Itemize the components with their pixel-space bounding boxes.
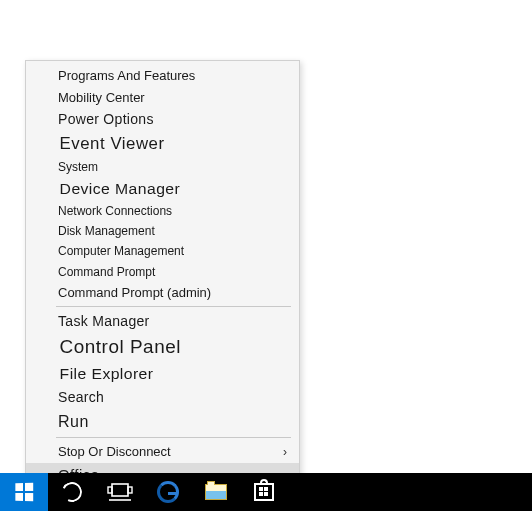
taskbar [0, 473, 532, 511]
menu-item-label: Programs And Features [58, 68, 195, 83]
menu-item-search[interactable]: Search [26, 386, 299, 409]
menu-item-label: Computer Management [58, 244, 184, 258]
file-explorer-icon [205, 484, 227, 500]
winx-context-menu[interactable]: Programs And FeaturesMobility CenterPowe… [25, 60, 300, 492]
menu-item-mobility-center[interactable]: Mobility Center [26, 87, 299, 109]
menu-item-command-prompt-admin[interactable]: Command Prompt (admin) [26, 282, 299, 304]
menu-divider [56, 306, 291, 307]
windows-logo-icon [15, 483, 33, 502]
menu-item-label: Network Connections [58, 204, 172, 218]
svg-rect-1 [108, 487, 112, 493]
file-explorer-button[interactable] [192, 473, 240, 511]
cortana-icon [59, 479, 85, 505]
menu-item-label: System [58, 160, 98, 174]
menu-item-label: Power Options [58, 111, 154, 127]
menu-item-power-options[interactable]: Power Options [26, 108, 299, 131]
svg-rect-2 [128, 487, 132, 493]
menu-item-label: Control Panel [60, 337, 181, 357]
menu-item-computer-management[interactable]: Computer Management [26, 241, 299, 261]
menu-item-label: Stop Or Disconnect [58, 444, 171, 459]
store-button[interactable] [240, 473, 288, 511]
menu-item-label: File Explorer [60, 365, 154, 382]
menu-item-label: Command Prompt [58, 265, 155, 279]
menu-item-programs-and-features[interactable]: Programs And Features [26, 65, 299, 87]
menu-item-label: Device Manager [60, 180, 181, 197]
menu-item-label: Task Manager [58, 313, 150, 329]
edge-button[interactable] [144, 473, 192, 511]
menu-divider [56, 437, 291, 438]
menu-item-command-prompt[interactable]: Command Prompt [26, 262, 299, 282]
menu-item-system[interactable]: System [26, 157, 299, 177]
menu-item-label: Command Prompt (admin) [58, 285, 211, 300]
menu-item-control-panel[interactable]: Control Panel [26, 333, 313, 361]
menu-item-label: Run [58, 413, 89, 430]
edge-icon [157, 481, 179, 503]
task-view-icon [107, 483, 133, 501]
menu-item-device-manager[interactable]: Device Manager [26, 177, 313, 201]
menu-item-label: Disk Management [58, 224, 155, 238]
menu-item-label: Mobility Center [58, 90, 145, 105]
cortana-button[interactable] [48, 473, 96, 511]
task-view-button[interactable] [96, 473, 144, 511]
store-icon [254, 483, 274, 501]
svg-rect-0 [112, 484, 128, 496]
menu-item-event-viewer[interactable]: Event Viewer [26, 131, 313, 157]
menu-item-label: Event Viewer [60, 135, 165, 152]
chevron-right-icon: › [283, 444, 287, 460]
menu-item-label: Search [58, 389, 104, 405]
menu-item-file-explorer[interactable]: File Explorer [26, 362, 313, 386]
start-button[interactable] [0, 473, 48, 511]
menu-item-network-connections[interactable]: Network Connections [26, 201, 299, 221]
menu-item-stop-or-disconnect[interactable]: Stop Or Disconnect› [26, 441, 299, 463]
menu-item-task-manager[interactable]: Task Manager [26, 310, 299, 333]
menu-item-disk-management[interactable]: Disk Management [26, 221, 299, 241]
menu-item-run[interactable]: Run [26, 409, 299, 435]
